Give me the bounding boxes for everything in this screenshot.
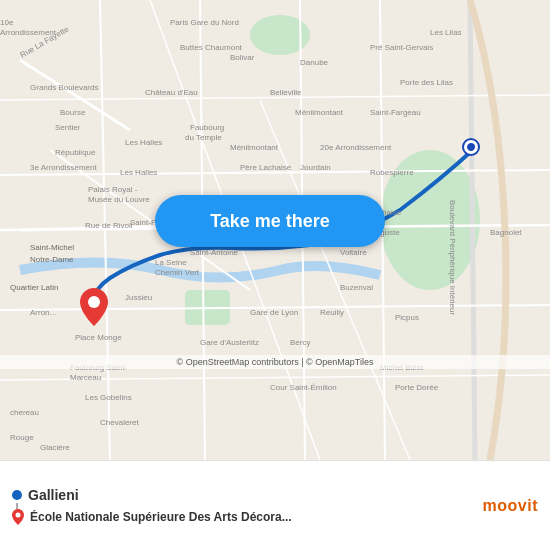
svg-text:Les Halles: Les Halles	[120, 168, 157, 177]
svg-text:Rue de Rivoli: Rue de Rivoli	[85, 221, 133, 230]
svg-text:Paris Gare du Nord: Paris Gare du Nord	[170, 18, 239, 27]
svg-text:Rouge: Rouge	[10, 433, 34, 442]
svg-text:Les Halles: Les Halles	[125, 138, 162, 147]
station-info: Gallieni École Nationale Supérieure Des …	[12, 487, 475, 525]
station-from: Gallieni	[12, 487, 475, 503]
svg-text:Faubourg: Faubourg	[190, 123, 224, 132]
svg-text:Musée du Louvre: Musée du Louvre	[88, 195, 150, 204]
svg-text:Pré Saint-Gervais: Pré Saint-Gervais	[370, 43, 433, 52]
destination-marker	[80, 288, 108, 330]
svg-text:Danube: Danube	[300, 58, 329, 67]
svg-text:Porte Dorée: Porte Dorée	[395, 383, 439, 392]
moovit-text: moovit	[483, 497, 538, 515]
svg-point-82	[88, 296, 100, 308]
svg-text:Sentier: Sentier	[55, 123, 81, 132]
svg-text:Reuilly: Reuilly	[320, 308, 344, 317]
svg-text:Jussieu: Jussieu	[125, 293, 152, 302]
svg-text:Grands Boulevards: Grands Boulevards	[30, 83, 98, 92]
svg-text:Bourse: Bourse	[60, 108, 86, 117]
svg-text:10e: 10e	[0, 18, 14, 27]
map-container: Rue La Fayette Rue de Rivoli La Seine Bo…	[0, 0, 550, 460]
svg-text:Gare d'Austerlitz: Gare d'Austerlitz	[200, 338, 259, 347]
svg-text:Bagnolet: Bagnolet	[490, 228, 522, 237]
svg-text:Saint-Michel: Saint-Michel	[30, 243, 74, 252]
take-me-there-button[interactable]: Take me there	[155, 195, 385, 247]
svg-text:Château d'Eau: Château d'Eau	[145, 88, 198, 97]
svg-text:Notre-Dame: Notre-Dame	[30, 255, 74, 264]
svg-text:Glacière: Glacière	[40, 443, 70, 452]
svg-text:Marceau: Marceau	[70, 373, 101, 382]
svg-text:Cour Saint-Émilion: Cour Saint-Émilion	[270, 383, 337, 392]
svg-text:Palais Royal -: Palais Royal -	[88, 185, 138, 194]
svg-text:Picpus: Picpus	[395, 313, 419, 322]
svg-text:Chevaleret: Chevaleret	[100, 418, 139, 427]
svg-text:Quartier Latin: Quartier Latin	[10, 283, 58, 292]
svg-text:du Temple: du Temple	[185, 133, 222, 142]
svg-text:République: République	[55, 148, 96, 157]
svg-text:Gare de Lyon: Gare de Lyon	[250, 308, 298, 317]
svg-text:20e Arrondissement: 20e Arrondissement	[320, 143, 392, 152]
svg-text:Les Lilas: Les Lilas	[430, 28, 462, 37]
svg-text:Saint-Antoine: Saint-Antoine	[190, 248, 239, 257]
svg-text:chereau: chereau	[10, 408, 39, 417]
svg-text:Ménilmontant: Ménilmontant	[295, 108, 344, 117]
svg-text:Buttes Chaumont: Buttes Chaumont	[180, 43, 243, 52]
svg-text:Robespierre: Robespierre	[370, 168, 414, 177]
svg-text:Saint-Fargeau: Saint-Fargeau	[370, 108, 421, 117]
svg-text:3e Arrondissement: 3e Arrondissement	[30, 163, 97, 172]
svg-text:Place Monge: Place Monge	[75, 333, 122, 342]
moovit-logo: moovit	[483, 497, 538, 515]
station-to: École Nationale Supérieure Des Arts Déco…	[12, 509, 475, 525]
svg-text:Arron...: Arron...	[30, 308, 56, 317]
svg-text:Bercy: Bercy	[290, 338, 310, 347]
svg-text:Porte des Lilas: Porte des Lilas	[400, 78, 453, 87]
svg-text:Bolivar: Bolivar	[230, 53, 255, 62]
svg-text:Les Gobelins: Les Gobelins	[85, 393, 132, 402]
osm-attribution: © OpenStreetMap contributors | © OpenMap…	[0, 355, 550, 369]
svg-text:Chemin Vert: Chemin Vert	[155, 268, 200, 277]
svg-text:Arrondissement: Arrondissement	[0, 28, 57, 37]
svg-text:Buzenval: Buzenval	[340, 283, 373, 292]
svg-text:Ménilmontant: Ménilmontant	[230, 143, 279, 152]
origin-marker	[464, 140, 478, 154]
svg-text:Père Lachaise: Père Lachaise	[240, 163, 292, 172]
destination-name: École Nationale Supérieure Des Arts Déco…	[30, 510, 292, 524]
origin-dot	[12, 490, 22, 500]
svg-text:Jourdain: Jourdain	[300, 163, 331, 172]
svg-text:Boulevard Périphérique Intérie: Boulevard Périphérique Intérieur	[448, 200, 457, 316]
svg-point-83	[16, 512, 21, 517]
destination-pin-small	[12, 509, 24, 525]
bottom-bar: Gallieni École Nationale Supérieure Des …	[0, 460, 550, 550]
svg-text:La Seine: La Seine	[155, 258, 187, 267]
origin-name: Gallieni	[28, 487, 79, 503]
svg-text:Belleville: Belleville	[270, 88, 302, 97]
svg-text:Voltaire: Voltaire	[340, 248, 367, 257]
